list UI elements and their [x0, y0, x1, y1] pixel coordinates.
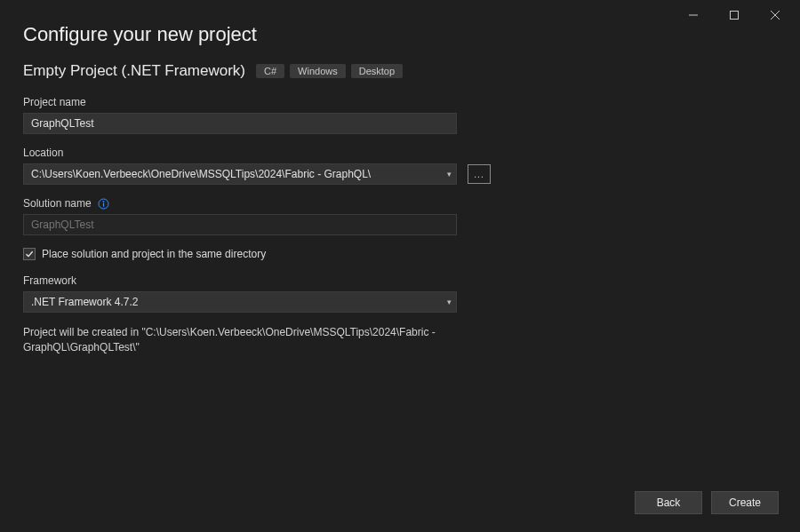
location-input[interactable]	[23, 163, 457, 185]
browse-button[interactable]: ...	[468, 164, 491, 184]
tag-desktop: Desktop	[351, 64, 403, 78]
template-row: Empty Project (.NET Framework) C# Window…	[23, 62, 777, 80]
svg-point-5	[103, 201, 105, 202]
project-name-input[interactable]	[23, 113, 457, 134]
creation-path-text: Project will be created in "C:\Users\Koe…	[23, 325, 468, 355]
back-button[interactable]: Back	[635, 491, 702, 514]
solution-name-label: Solution name	[23, 197, 777, 210]
minimize-button[interactable]	[681, 5, 706, 25]
framework-label: Framework	[23, 274, 777, 287]
template-name: Empty Project (.NET Framework)	[23, 62, 245, 80]
create-button[interactable]: Create	[711, 491, 779, 514]
maximize-button[interactable]	[722, 5, 747, 25]
same-directory-label: Place solution and project in the same d…	[42, 248, 266, 260]
same-directory-checkbox[interactable]	[23, 248, 36, 260]
solution-name-input	[23, 214, 457, 235]
project-name-label: Project name	[23, 96, 777, 108]
location-label: Location	[23, 147, 777, 159]
close-button[interactable]	[763, 5, 788, 25]
tag-csharp: C#	[256, 64, 284, 78]
solution-name-label-text: Solution name	[23, 197, 92, 210]
info-icon[interactable]	[98, 198, 109, 210]
tag-windows: Windows	[290, 64, 346, 78]
framework-select[interactable]	[23, 291, 457, 313]
svg-rect-1	[731, 12, 739, 20]
svg-rect-6	[103, 203, 104, 207]
window-controls	[681, 0, 800, 25]
page-title: Configure your new project	[23, 23, 777, 46]
dialog-footer: Back Create	[635, 491, 779, 514]
template-tags: C# Windows Desktop	[256, 64, 403, 78]
